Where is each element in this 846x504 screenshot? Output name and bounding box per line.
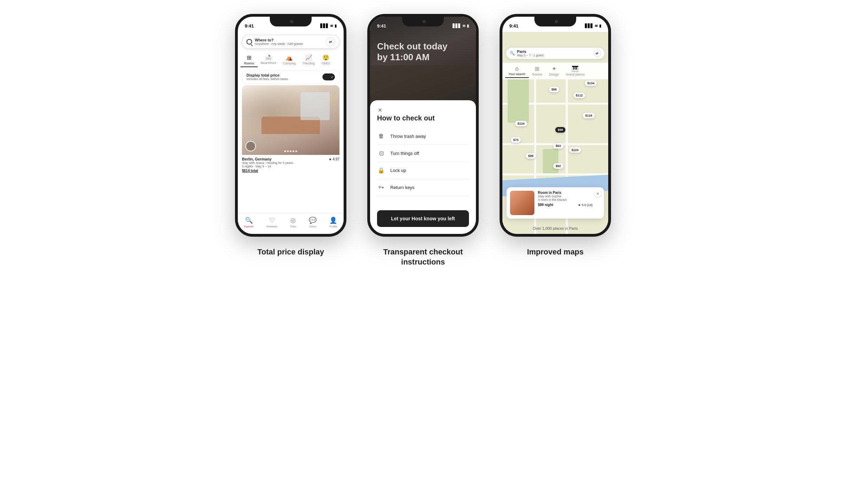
map-filter-button[interactable]: ⇌ xyxy=(593,49,601,57)
tab-trending-label: Trending xyxy=(303,62,315,65)
nav-profile-label: Profile xyxy=(329,225,337,228)
design-icon: ✦ xyxy=(552,65,556,72)
phone-2: 9:41 ▋▋▋ ≋ ▮ Check out todayby 11:00 AM … xyxy=(367,14,479,237)
price-pin-124b[interactable]: $124 xyxy=(569,147,581,153)
phone-3-label: Improved maps xyxy=(527,247,584,257)
search-bar-1[interactable]: Where to? Anywhere · Any week · Add gues… xyxy=(242,35,339,49)
tab-omg[interactable]: 😲 OMG! xyxy=(318,53,334,67)
tab-rooms[interactable]: ⊞ Rooms xyxy=(241,53,258,67)
phone-1-status-icons: ▋▋▋ ≋ ▮ xyxy=(320,24,337,28)
price-pin-124a[interactable]: $124 xyxy=(515,121,527,126)
nav-wishlists[interactable]: ♡ Wishlists xyxy=(266,216,277,228)
wifi-icon-2: ≋ xyxy=(462,24,465,28)
price-pin-134[interactable]: $134 xyxy=(585,80,597,86)
price-pin-112[interactable]: $112 xyxy=(573,93,585,98)
nav-explore[interactable]: 🔍 Explore xyxy=(244,216,253,228)
phone-section-2: 9:41 ▋▋▋ ≋ ▮ Check out todayby 11:00 AM … xyxy=(367,14,479,267)
listing-dates: 5 nights · May 9 – 14 xyxy=(242,165,339,168)
checkout-item-turn-off-text: Turn things off xyxy=(390,151,419,156)
map-listing-close-button[interactable]: ✕ xyxy=(594,190,601,197)
checkout-item-lock: 🔒 Lock up xyxy=(377,162,469,179)
tab-rooms-label: Rooms xyxy=(244,62,254,65)
price-pin-116[interactable]: $116 xyxy=(583,113,595,118)
map-category-bar: ⌂ Your search ⊞ Rooms ✦ Design 🎹 Grand p… xyxy=(502,63,608,79)
price-pin-99-selected[interactable]: $99 xyxy=(555,127,565,133)
omg-icon: 😲 xyxy=(322,54,329,61)
phone-2-status-icons: ▋▋▋ ≋ ▮ xyxy=(453,24,469,28)
category-tabs-1: ⊞ Rooms 🏖 Beachfront ⛺ Camping 📈 Trendin… xyxy=(238,52,344,69)
battery-icon-3: ▮ xyxy=(599,24,601,28)
map-search-icon: 🔍 xyxy=(510,51,515,56)
tab-camping[interactable]: ⛺ Camping xyxy=(280,53,299,67)
map-tab-design-label: Design xyxy=(549,73,559,76)
tab-trending[interactable]: 📈 Trending xyxy=(299,53,318,67)
price-toggle-switch[interactable] xyxy=(322,73,335,80)
nav-explore-label: Explore xyxy=(244,225,253,228)
dot-2 xyxy=(287,150,289,152)
map-rooms-icon: ⊞ xyxy=(535,65,539,72)
phone-1-content: Where to? Anywhere · Any week · Add gues… xyxy=(238,32,344,234)
search-subtitle: Anywhere · Any week · Add guests xyxy=(255,42,326,46)
checkout-overlay-text: Check out todayby 11:00 AM xyxy=(377,41,469,63)
map-listing-info: Room in Paris Stay with Sophie A room in… xyxy=(538,191,593,215)
dot-5 xyxy=(296,150,297,152)
image-dots xyxy=(284,150,297,152)
phone-3-notch xyxy=(534,17,576,26)
map-tab-design[interactable]: ✦ Design xyxy=(546,64,562,78)
your-search-icon: ⌂ xyxy=(515,65,519,72)
checkout-cta-button[interactable]: Let your Host know you left xyxy=(377,210,469,227)
nav-profile[interactable]: 👤 Profile xyxy=(329,216,337,228)
price-pin-63[interactable]: $63 xyxy=(553,143,563,149)
search-icon xyxy=(246,39,252,45)
checkout-item-keys-text: Return keys xyxy=(390,185,414,190)
phone-1-time: 9:41 xyxy=(245,23,254,29)
map-search-bar[interactable]: 🔍 Paris May 5 – 7 · 1 guest ⇌ xyxy=(506,47,605,59)
price-pin-92[interactable]: $92 xyxy=(553,163,563,169)
listing-image: ♡ xyxy=(242,85,339,155)
map-background: $98 $112 $134 $124 $73 $63 $99 $116 $99 … xyxy=(502,32,608,234)
wifi-icon: ≋ xyxy=(330,24,333,28)
map-listing-rating: ★ 5.0 (14) xyxy=(578,203,593,207)
keys-icon: 🗝 xyxy=(377,183,385,191)
listing-heart-button[interactable]: ♡ xyxy=(330,89,336,96)
signal-icon-2: ▋▋▋ xyxy=(453,24,461,28)
price-pin-73[interactable]: $73 xyxy=(511,137,521,143)
phone-2-time: 9:41 xyxy=(377,23,386,29)
nav-wishlists-label: Wishlists xyxy=(266,225,277,228)
price-toggle-title: Display total price xyxy=(246,73,288,77)
price-pin-98[interactable]: $98 xyxy=(549,87,559,92)
map-tab-rooms[interactable]: ⊞ Rooms xyxy=(529,64,546,78)
phone-1-label: Total price display xyxy=(257,247,324,257)
map-search-text: Paris May 5 – 7 · 1 guest xyxy=(517,49,593,57)
trips-icon: ◎ xyxy=(290,216,296,224)
price-toggle-subtitle: Includes all fees, before taxes xyxy=(246,77,288,81)
phone-2-label: Transparent checkout instructions xyxy=(383,247,463,267)
trash-icon: 🗑 xyxy=(377,132,385,140)
map-tab-your-search-label: Your search xyxy=(509,72,525,76)
price-toggle-bar[interactable]: Display total price Includes all fees, b… xyxy=(242,70,339,84)
map-tab-rooms-label: Rooms xyxy=(532,73,542,76)
battery-icon: ▮ xyxy=(335,24,337,28)
phone-2-notch xyxy=(402,17,444,26)
phones-row: 9:41 ▋▋▋ ≋ ▮ Where to? Anywhere · Any we… xyxy=(235,14,611,267)
checkout-close-button[interactable]: ✕ xyxy=(376,106,384,114)
map-search-title: Paris xyxy=(517,49,593,54)
map-tab-your-search[interactable]: ⌂ Your search xyxy=(505,64,529,78)
map-search-subtitle: May 5 – 7 · 1 guest xyxy=(517,54,593,57)
listing-info: Berlin, Germany ★ 4.97 Stay with Joana ·… xyxy=(242,155,339,175)
map-tab-grand-pianos[interactable]: 🎹 Grand pianos xyxy=(562,64,588,78)
tab-beachfront-label: Beachfront xyxy=(261,61,276,65)
checkout-item-keys: 🗝 Return keys xyxy=(377,179,469,196)
nav-inbox[interactable]: 💬 Inbox xyxy=(309,216,316,228)
filter-button[interactable]: ⇌ xyxy=(326,37,335,46)
listing-card-1[interactable]: ♡ Berlin, Germany ★ 4.9 xyxy=(242,85,339,175)
tab-camping-label: Camping xyxy=(283,62,296,65)
nav-trips[interactable]: ◎ Trips xyxy=(290,216,296,228)
phone-3-time: 9:41 xyxy=(509,23,518,29)
map-listing-price: $99 night xyxy=(538,203,553,207)
checkout-bg-title: Check out todayby 11:00 AM xyxy=(377,41,469,63)
map-listing-price-row: $99 night ★ 5.0 (14) xyxy=(538,203,593,207)
tab-beachfront[interactable]: 🏖 Beachfront xyxy=(258,53,280,67)
map-listing-card[interactable]: Room in Paris Stay with Sophie A room in… xyxy=(507,187,604,219)
price-pin-99b[interactable]: $99 xyxy=(526,153,536,159)
